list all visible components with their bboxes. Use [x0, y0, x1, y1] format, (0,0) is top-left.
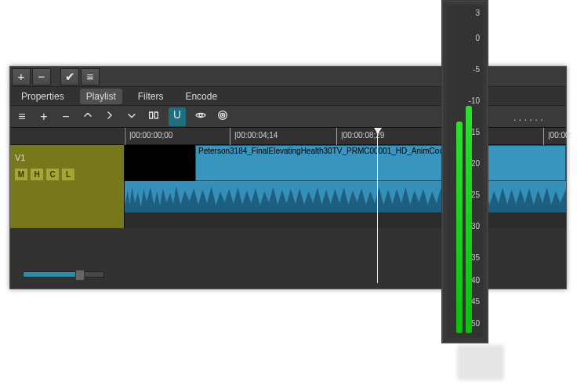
menu-button[interactable]: ≡ [81, 68, 100, 85]
tab-playlist[interactable]: Playlist [80, 89, 122, 104]
ruler-tc-1: |00:00:00;00 [129, 131, 172, 140]
zoom-fill [24, 272, 78, 277]
track-hide-toggle[interactable]: H [31, 169, 43, 180]
video-clip[interactable]: Peterson3184_FinalElevatingHealth30TV_PR… [195, 145, 566, 181]
db-p3: 3 [475, 9, 480, 17]
ellipsis-label: ...... [513, 111, 546, 123]
lift-icon[interactable]: − [59, 110, 73, 124]
blank-clip[interactable] [125, 145, 195, 181]
audio-waveform[interactable] [125, 181, 566, 212]
split-icon[interactable] [147, 109, 161, 125]
time-ruler[interactable]: |00:00:00;00 |00:00:04;14 |00:00:08;29 |… [125, 128, 566, 145]
playhead[interactable] [377, 128, 378, 283]
track-header[interactable]: V1 M H C L [10, 128, 125, 228]
scrub-icon[interactable] [194, 109, 208, 125]
snap-icon[interactable] [169, 107, 186, 126]
track-area[interactable]: |00:00:00;00 |00:00:04;14 |00:00:08;29 |… [125, 128, 566, 228]
meter-bar-right [466, 106, 472, 333]
tab-properties[interactable]: Properties [15, 89, 71, 104]
append-icon[interactable]: + [37, 110, 51, 124]
track-mute-toggle[interactable]: M [15, 169, 27, 180]
tab-filters[interactable]: Filters [132, 89, 170, 104]
track-name: V1 [15, 153, 25, 162]
tab-encode[interactable]: Encode [179, 89, 223, 104]
track-toggles: M H C L [15, 169, 74, 180]
meter-bar-left [456, 122, 463, 333]
svg-rect-1 [154, 112, 158, 118]
ruler-tc-2: |00:00:04;14 [234, 131, 278, 140]
ruler-tc-4: |00:00: [548, 131, 572, 140]
right-icon[interactable] [103, 109, 117, 125]
zoom-handle[interactable] [75, 270, 85, 281]
clip-title: Peterson3184_FinalElevatingHealth30TV_PR… [198, 147, 563, 155]
track-lock-toggle[interactable]: L [62, 169, 74, 180]
db-m10: -10 [469, 96, 480, 105]
down-icon[interactable] [125, 109, 139, 125]
shadow-decor [457, 345, 504, 380]
zoom-slider[interactable] [23, 271, 104, 278]
db-0: 0 [475, 34, 480, 42]
timeline-menu-icon[interactable]: ≡ [15, 110, 29, 124]
audio-meter: 3 0 -5 -10 -15 -20 -25 -30 -35 -40 -45 -… [441, 0, 488, 343]
audio-meter-scale: 3 0 -5 -10 -15 -20 -25 -30 -35 -40 -45 -… [447, 5, 483, 338]
svg-rect-0 [150, 112, 153, 118]
svg-point-2 [199, 114, 202, 117]
track-composite-toggle[interactable]: C [46, 169, 59, 180]
svg-point-5 [222, 114, 223, 115]
add-button[interactable]: + [12, 68, 31, 85]
db-m5: -5 [473, 65, 480, 74]
remove-button[interactable]: − [32, 68, 51, 85]
up-icon[interactable] [81, 109, 95, 125]
target-icon[interactable] [216, 109, 230, 125]
update-button[interactable]: ✔ [60, 68, 79, 85]
